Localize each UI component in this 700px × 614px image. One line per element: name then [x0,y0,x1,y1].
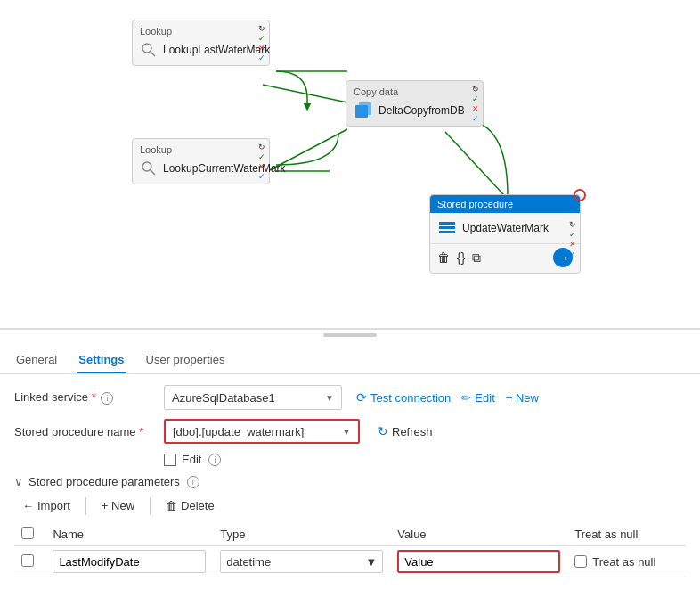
sp-params-info-icon[interactable]: i [187,476,199,488]
lookup1-header: Lookup [140,26,262,37]
sp-body: UpdateWaterMark [430,213,580,243]
sp-params-label: Stored procedure parameters [28,475,180,488]
params-table: Name Type Value Treat as null datetime ▼ [14,523,686,577]
table-header-name: Name [45,523,213,546]
storedproc-node[interactable]: Stored procedure ↻ ✓ ✕ ✓ UpdateWaterMark… [429,194,581,274]
edit-linked-btn[interactable]: ✏ Edit [461,390,494,405]
lookup2-node[interactable]: Lookup LookupCurrentWaterMark ↻ ✓ ✕ ✓ [132,138,270,184]
sp-check-icon: ✓ [569,230,576,239]
new-linked-btn[interactable]: + New [506,390,539,405]
sp-label: UpdateWaterMark [462,222,573,234]
sp-name-value: [dbo].[update_watermark] [173,425,304,438]
lookup2-check2-icon: ✓ [258,172,265,181]
sp-check2-icon: ✓ [569,250,576,258]
lookup1-label: LookupLastWaterMark [163,44,270,56]
row-checkbox-cell [14,546,45,577]
sp-header: Stored procedure [430,195,580,213]
delete-param-btn[interactable]: 🗑 Delete [158,495,223,516]
copydata-node[interactable]: Copy data DeltaCopyfromDB ↻ ✓ ✕ ✓ [346,80,484,127]
sp-code-icon[interactable]: {} [457,250,465,265]
svg-line-2 [263,85,347,102]
lookup2-refresh-icon: ↻ [258,143,265,151]
row-type-cell: datetime ▼ [213,546,390,577]
sp-params-section-header: ∨ Stored procedure parameters i [14,475,686,488]
lookup2-label: LookupCurrentWaterMark [163,162,286,175]
table-header-check [14,523,45,546]
tab-settings[interactable]: Settings [77,348,126,373]
row-name-input[interactable] [53,550,206,573]
import-btn[interactable]: ← Import [14,495,78,516]
svg-point-5 [142,44,151,53]
svg-rect-11 [439,222,455,225]
sp-icon [437,218,457,238]
test-connection-icon: ⟳ [356,390,367,405]
lookup1-icon [140,40,158,60]
svg-line-6 [151,52,155,56]
row-type-arrow-icon: ▼ [365,555,377,569]
lookup2-icon [140,159,158,178]
linked-service-arrow-icon: ▼ [325,393,334,403]
sp-name-label: Stored procedure name * [14,425,157,438]
import-icon: ← [22,499,34,512]
row-type-dropdown[interactable]: datetime ▼ [220,550,383,573]
lookup1-node[interactable]: Lookup LookupLastWaterMark ↻ ✓ ✕ ✓ [132,20,270,66]
lookup2-check-icon: ✓ [258,152,265,161]
select-all-checkbox[interactable] [21,527,34,539]
refresh-btn[interactable]: ↻ Refresh [378,424,433,438]
test-connection-btn[interactable]: ⟳ Test connection [356,390,451,405]
copydata-label: DeltaCopyfromDB [378,104,476,117]
copydata-check-icon: ✓ [472,94,479,103]
lookup1-refresh-icon: ↻ [258,24,265,33]
sp-refresh-icon: ↻ [569,220,576,229]
edit-checkbox-row: Edit i [164,453,686,466]
sp-red-circle [574,189,586,201]
sp-name-arrow-icon: ▼ [342,427,351,437]
svg-rect-12 [439,226,455,229]
lookup2-header: Lookup [140,144,262,155]
refresh-icon: ↻ [378,424,388,438]
edit-checkbox-label: Edit [182,453,201,466]
linked-service-label: Linked service * i [14,390,157,405]
sp-name-required: * [139,425,143,438]
row-checkbox[interactable] [21,554,34,567]
row-value-input[interactable] [397,550,560,573]
linked-service-dropdown[interactable]: AzureSqlDatabase1 ▼ [164,385,342,410]
sp-delete-icon[interactable]: 🗑 [437,250,450,265]
edit-checkbox[interactable] [164,454,176,466]
sp-name-row: Stored procedure name * [dbo].[update_wa… [14,419,686,444]
row-null-checkbox[interactable] [574,555,587,568]
lookup2-x-icon: ✕ [258,162,265,171]
sp-name-dropdown[interactable]: [dbo].[update_watermark] ▼ [164,419,360,444]
row-null-cell: Treat as null [567,546,686,577]
svg-rect-13 [439,231,455,233]
sp-bottom-actions: 🗑 {} ⧉ → [430,243,580,273]
tab-general[interactable]: General [14,348,59,373]
panel-divider-row [0,330,700,340]
settings-panel: Linked service * i AzureSqlDatabase1 ▼ ⟳… [0,374,700,588]
row-value-cell [390,546,567,577]
section-toggle-icon[interactable]: ∨ [14,475,23,488]
svg-point-7 [142,162,151,171]
linked-service-info-icon[interactable]: i [101,392,113,405]
sp-copy-icon[interactable]: ⧉ [472,250,481,266]
linked-service-required: * [92,390,96,404]
tabs-bar: General Settings User properties [0,340,700,374]
tab-userprops[interactable]: User properties [144,348,227,373]
copydata-check2-icon: ✓ [472,114,479,123]
svg-rect-10 [359,102,371,115]
params-toolbar: ← Import + New 🗑 Delete [14,495,686,516]
lookup1-x-icon: ✕ [258,44,265,53]
new-param-btn[interactable]: + New [94,495,142,516]
toolbar-separator2 [150,497,151,515]
svg-line-8 [151,170,155,175]
lookup1-check-icon: ✓ [258,34,265,43]
toolbar-separator1 [85,497,86,515]
sp-x-icon: ✕ [569,240,576,249]
delete-icon: 🗑 [166,499,177,512]
canvas-connectors [0,0,700,328]
pipeline-canvas[interactable]: Lookup LookupLastWaterMark ↻ ✓ ✕ ✓ Looku… [0,0,700,330]
treat-as-null-label: Treat as null [592,555,655,569]
copydata-header: Copy data [354,86,476,97]
linked-service-row: Linked service * i AzureSqlDatabase1 ▼ ⟳… [14,385,686,410]
edit-info-icon[interactable]: i [208,454,221,466]
